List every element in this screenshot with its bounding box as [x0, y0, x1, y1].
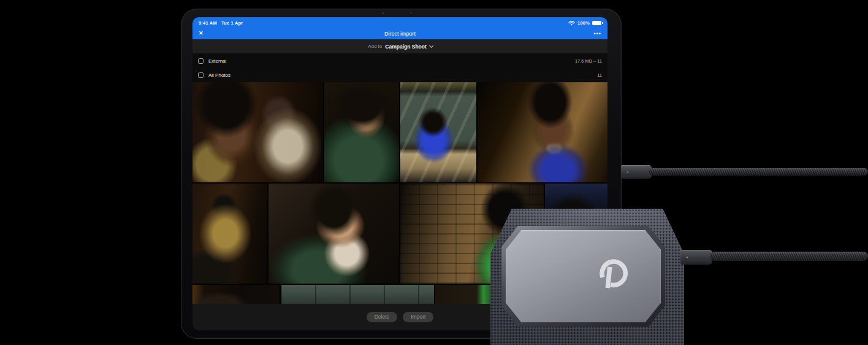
- source-label: External: [208, 58, 226, 64]
- photo-thumbnail[interactable]: [324, 82, 399, 182]
- scene: 9:41 AMTue 1 Apr 100% ✕ Direct im: [0, 0, 868, 345]
- wifi-icon: [568, 20, 575, 26]
- checkbox-external[interactable]: [198, 58, 204, 64]
- status-right: 100%: [568, 20, 601, 26]
- source-meta: 11: [597, 72, 602, 78]
- usb-connector: ⌁: [680, 250, 712, 265]
- more-options-icon[interactable]: •••: [594, 31, 601, 37]
- album-dropdown[interactable]: Campaign Shoot: [385, 44, 432, 50]
- external-ssd-drive: [490, 209, 684, 345]
- photo-thumbnail[interactable]: [192, 82, 323, 182]
- source-row-external[interactable]: External 17.6 MB – 11: [192, 54, 607, 68]
- thunderbolt-icon: ⌁: [626, 170, 629, 174]
- braided-cable: [649, 168, 868, 176]
- import-button[interactable]: Import: [403, 312, 433, 322]
- braided-cable: [710, 252, 868, 261]
- usb-connector: ⌁: [621, 165, 652, 179]
- battery-percent: 100%: [577, 20, 590, 26]
- checkbox-all-photos[interactable]: [198, 72, 204, 78]
- source-row-all-photos[interactable]: All Photos 11: [192, 68, 607, 82]
- photo-thumbnail[interactable]: [192, 184, 267, 284]
- photo-thumbnail[interactable]: [478, 82, 607, 182]
- header-row: ✕ Direct import •••: [192, 28, 607, 39]
- status-bar: 9:41 AMTue 1 Apr 100%: [192, 17, 607, 28]
- front-camera: [382, 12, 386, 15]
- photo-thumbnail[interactable]: [281, 285, 434, 304]
- add-to-bar[interactable]: Add to Campaign Shoot: [192, 39, 607, 54]
- g-drive-logo: [595, 257, 631, 292]
- page-title: Direct import: [192, 31, 607, 37]
- thunderbolt-icon: ⌁: [686, 255, 688, 259]
- status-date: Tue 1 Apr: [221, 20, 243, 26]
- album-name: Campaign Shoot: [385, 44, 427, 50]
- source-label: All Photos: [208, 72, 230, 78]
- chevron-down-icon: [429, 44, 433, 48]
- photo-thumbnail[interactable]: [268, 184, 399, 284]
- delete-button[interactable]: Delete: [367, 312, 398, 322]
- add-to-label: Add to: [368, 44, 382, 49]
- status-time: 9:41 AM: [199, 20, 217, 26]
- battery-icon: [592, 21, 601, 25]
- source-list: External 17.6 MB – 11 All Photos 11: [192, 54, 607, 82]
- ambient-sensor: [410, 12, 413, 15]
- source-meta: 17.6 MB – 11: [575, 58, 602, 64]
- photo-thumbnail[interactable]: [192, 285, 280, 304]
- photo-thumbnail[interactable]: [400, 82, 476, 182]
- drive-metal-plate: [506, 230, 661, 322]
- app-header-bar: 9:41 AMTue 1 Apr 100% ✕ Direct im: [192, 17, 607, 39]
- status-left: 9:41 AMTue 1 Apr: [199, 20, 247, 26]
- grid-row-1: [192, 82, 607, 182]
